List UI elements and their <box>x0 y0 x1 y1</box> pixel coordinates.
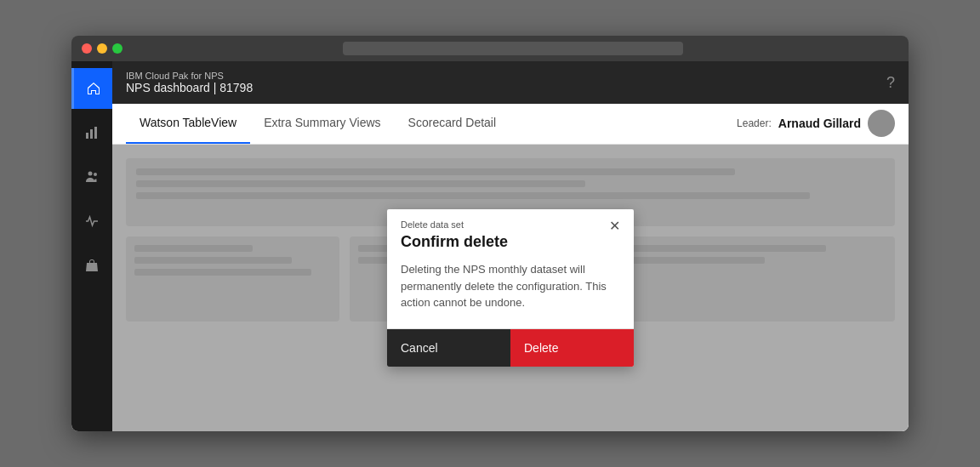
app-brand: IBM Cloud Pak for NPS <box>126 71 253 81</box>
svg-rect-2 <box>94 127 97 139</box>
modal-overlay: Delete data set Confirm delete ✕ Deletin… <box>112 145 909 431</box>
top-bar-right: ? <box>886 74 895 92</box>
sidebar-item-bag[interactable] <box>71 245 112 286</box>
tabs-leader: Leader: Arnaud Gillard <box>737 110 895 144</box>
top-bar: IBM Cloud Pak for NPS NPS dashboard | 81… <box>112 61 909 104</box>
leader-label: Leader: <box>737 117 772 129</box>
modal-title: Confirm delete <box>401 233 508 251</box>
address-bar <box>343 42 683 55</box>
modal-footer: Cancel Delete <box>387 328 634 367</box>
modal-body: Deleting the NPS monthly dataset will pe… <box>387 258 634 328</box>
modal-cancel-button[interactable]: Cancel <box>387 329 510 367</box>
sidebar-item-home[interactable] <box>71 68 112 109</box>
modal-header: Delete data set Confirm delete ✕ <box>387 209 634 258</box>
maximize-traffic-light[interactable] <box>112 43 122 54</box>
svg-point-3 <box>88 172 93 176</box>
sidebar-item-chart[interactable] <box>71 112 112 153</box>
sidebar-item-activity[interactable] <box>71 201 112 242</box>
activity-icon <box>83 213 100 230</box>
main-content: IBM Cloud Pak for NPS NPS dashboard | 81… <box>112 61 909 431</box>
modal-label: Delete data set <box>401 219 508 230</box>
tab-watson-tableview[interactable]: Watson TableView <box>126 103 250 144</box>
svg-rect-0 <box>86 133 88 139</box>
bag-icon <box>83 257 100 274</box>
help-icon[interactable]: ? <box>886 74 895 92</box>
browser-window: IBM Cloud Pak for NPS NPS dashboard | 81… <box>71 36 909 431</box>
app-title: NPS dashboard | 81798 <box>126 81 253 94</box>
tab-scorecard-detail[interactable]: Scorecard Detail <box>395 103 510 144</box>
modal-header-left: Delete data set Confirm delete <box>401 219 508 251</box>
sidebar-item-people[interactable] <box>71 157 112 197</box>
modal-body-text: Deleting the NPS monthly dataset will pe… <box>401 261 620 311</box>
avatar <box>868 110 895 137</box>
sidebar <box>71 61 112 431</box>
leader-name: Arnaud Gillard <box>778 117 861 130</box>
minimize-traffic-light[interactable] <box>97 43 107 54</box>
people-icon <box>83 168 100 185</box>
close-traffic-light[interactable] <box>82 43 92 54</box>
modal-dialog: Delete data set Confirm delete ✕ Deletin… <box>387 209 634 367</box>
home-icon <box>85 80 102 97</box>
modal-delete-button[interactable]: Delete <box>510 329 634 367</box>
content-area: Delete data set Confirm delete ✕ Deletin… <box>112 145 909 431</box>
tabs-bar: Watson TableView Extra Summary Views Sco… <box>112 104 909 145</box>
chart-bar-icon <box>83 124 100 141</box>
svg-point-4 <box>94 173 97 176</box>
browser-chrome <box>71 36 909 61</box>
modal-close-button[interactable]: ✕ <box>609 219 620 233</box>
app-container: IBM Cloud Pak for NPS NPS dashboard | 81… <box>71 61 909 431</box>
tab-extra-summary-views[interactable]: Extra Summary Views <box>250 103 394 144</box>
svg-rect-1 <box>90 129 93 139</box>
top-bar-left: IBM Cloud Pak for NPS NPS dashboard | 81… <box>126 71 253 94</box>
